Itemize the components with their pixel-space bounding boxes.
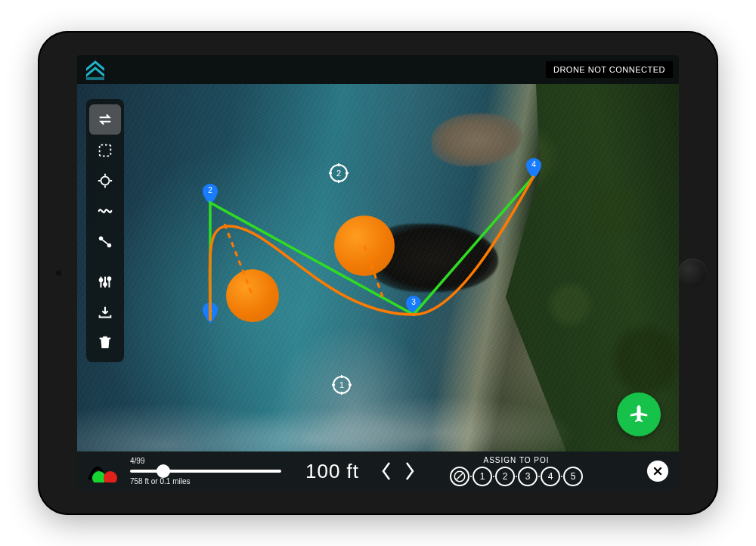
swap-tool-button[interactable] [89, 104, 121, 135]
poi-chip[interactable]: 1 [472, 467, 492, 486]
svg-point-6 [108, 278, 111, 281]
svg-point-5 [104, 283, 107, 286]
svg-rect-0 [100, 145, 111, 157]
tablet-frame: DRONE NOT CONNECTED [38, 31, 718, 515]
svg-point-1 [101, 177, 110, 185]
distance-slider[interactable]: 4/99 758 ft or 0.1 miles [130, 457, 281, 486]
slider-top-label: 4/99 [130, 457, 281, 465]
home-button[interactable] [678, 259, 707, 287]
decrement-button[interactable] [376, 456, 395, 486]
app-logo-icon[interactable] [83, 57, 107, 82]
svg-point-16 [104, 471, 117, 482]
settings-sliders-button[interactable] [89, 267, 121, 297]
trash-button[interactable] [89, 327, 121, 358]
poi-assign-label: ASSIGN TO POI [484, 456, 550, 464]
start-flight-button[interactable] [617, 392, 661, 436]
bottom-bar: 4/99 758 ft or 0.1 miles 100 ft ASSIGN T… [77, 451, 679, 491]
poi-none-chip[interactable] [450, 467, 469, 486]
waypoint-pair-tool-button[interactable] [89, 226, 121, 256]
connection-status-badge: DRONE NOT CONNECTED [546, 61, 673, 78]
download-button[interactable] [89, 297, 121, 327]
map-viewport[interactable]: 1 2 3 4 1 2 [77, 84, 679, 451]
poi-chip[interactable]: 5 [563, 467, 583, 486]
value-stepper [376, 456, 420, 486]
slider-bottom-label: 758 ft or 0.1 miles [130, 477, 281, 486]
poi-assign-group: ASSIGN TO POI 1 2 3 4 5 [450, 456, 583, 486]
center-point-tool-button[interactable] [89, 166, 121, 196]
altitude-value: 100 ft [305, 460, 359, 483]
svg-point-4 [100, 278, 103, 281]
slider-thumb[interactable] [156, 464, 170, 478]
freehand-tool-button[interactable] [89, 196, 121, 226]
close-button[interactable] [647, 461, 668, 482]
poi-chip[interactable]: 3 [518, 467, 538, 486]
device-camera-dot [56, 271, 61, 276]
select-area-tool-button[interactable] [89, 135, 121, 166]
path-mode-toggle[interactable] [88, 460, 122, 482]
increment-button[interactable] [400, 456, 420, 486]
poi-chip[interactable]: 2 [495, 467, 515, 486]
tool-palette [86, 99, 124, 362]
poi-chip[interactable]: 4 [541, 467, 560, 486]
top-bar: DRONE NOT CONNECTED [77, 55, 679, 84]
app-screen: DRONE NOT CONNECTED [77, 55, 679, 491]
flight-path-overlay [77, 84, 679, 451]
